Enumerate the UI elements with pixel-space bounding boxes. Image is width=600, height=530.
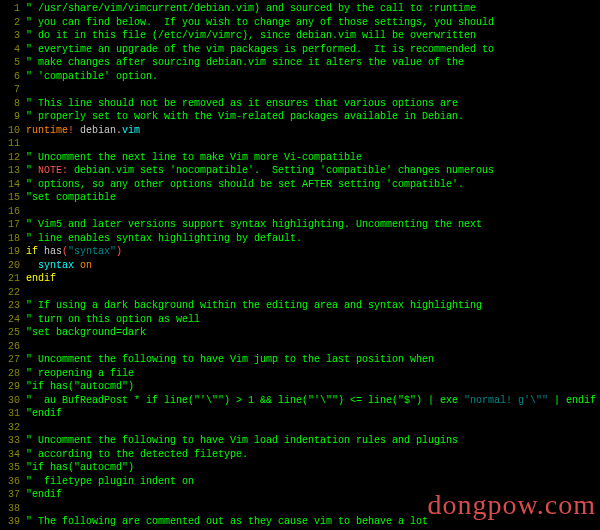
- line-content: " options, so any other options should b…: [26, 178, 598, 192]
- line-number: 39: [2, 515, 26, 529]
- code-line[interactable]: 31"endif: [2, 407, 598, 421]
- line-number: 14: [2, 178, 26, 192]
- code-line[interactable]: 29"if has("autocmd"): [2, 380, 598, 394]
- line-number: 13: [2, 164, 26, 178]
- line-number: 12: [2, 151, 26, 165]
- line-content: [26, 205, 598, 219]
- line-content: " Uncomment the following to have Vim ju…: [26, 353, 598, 367]
- code-line[interactable]: 9" properly set to work with the Vim-rel…: [2, 110, 598, 124]
- line-content: [26, 421, 598, 435]
- line-content: " 'compatible' option.: [26, 70, 598, 84]
- code-line[interactable]: 13" NOTE: debian.vim sets 'nocompatible'…: [2, 164, 598, 178]
- code-line[interactable]: 4" everytime an upgrade of the vim packa…: [2, 43, 598, 57]
- code-line[interactable]: 30" au BufReadPost * if line("'\"") > 1 …: [2, 394, 598, 408]
- line-number: 7: [2, 83, 26, 97]
- line-number: 1: [2, 2, 26, 16]
- line-content: " This line should not be removed as it …: [26, 97, 598, 111]
- code-line[interactable]: 26: [2, 340, 598, 354]
- line-content: endif: [26, 272, 598, 286]
- code-line[interactable]: 35"if has("autocmd"): [2, 461, 598, 475]
- line-number: 17: [2, 218, 26, 232]
- line-content: "if has("autocmd"): [26, 380, 598, 394]
- code-line[interactable]: 20 syntax on: [2, 259, 598, 273]
- line-content: " properly set to work with the Vim-rela…: [26, 110, 598, 124]
- line-number: 38: [2, 502, 26, 516]
- line-number: 15: [2, 191, 26, 205]
- line-content: "endif: [26, 488, 598, 502]
- code-line[interactable]: 36" filetype plugin indent on: [2, 475, 598, 489]
- code-line[interactable]: 27" Uncomment the following to have Vim …: [2, 353, 598, 367]
- code-line[interactable]: 19if has("syntax"): [2, 245, 598, 259]
- code-line[interactable]: 6" 'compatible' option.: [2, 70, 598, 84]
- line-number: 29: [2, 380, 26, 394]
- code-line[interactable]: 7: [2, 83, 598, 97]
- code-line[interactable]: 12" Uncomment the next line to make Vim …: [2, 151, 598, 165]
- line-content: " according to the detected filetype.: [26, 448, 598, 462]
- line-content: " reopening a file: [26, 367, 598, 381]
- line-content: "set background=dark: [26, 326, 598, 340]
- code-line[interactable]: 24" turn on this option as well: [2, 313, 598, 327]
- code-line[interactable]: 5" make changes after sourcing debian.vi…: [2, 56, 598, 70]
- code-line[interactable]: 17" Vim5 and later versions support synt…: [2, 218, 598, 232]
- line-content: [26, 502, 598, 516]
- code-line[interactable]: 11: [2, 137, 598, 151]
- line-number: 22: [2, 286, 26, 300]
- code-line[interactable]: 15"set compatible: [2, 191, 598, 205]
- line-number: 8: [2, 97, 26, 111]
- line-content: [26, 137, 598, 151]
- code-line[interactable]: 32: [2, 421, 598, 435]
- line-content: "set compatible: [26, 191, 598, 205]
- code-line[interactable]: 37"endif: [2, 488, 598, 502]
- line-content: " line enables syntax highlighting by de…: [26, 232, 598, 246]
- code-line[interactable]: 34" according to the detected filetype.: [2, 448, 598, 462]
- vim-editor[interactable]: 1" /usr/share/vim/vimcurrent/debian.vim)…: [2, 2, 598, 530]
- line-content: " The following are commented out as the…: [26, 515, 598, 529]
- line-content: " Vim5 and later versions support syntax…: [26, 218, 598, 232]
- line-number: 5: [2, 56, 26, 70]
- line-number: 35: [2, 461, 26, 475]
- line-content: "if has("autocmd"): [26, 461, 598, 475]
- line-number: 10: [2, 124, 26, 138]
- line-number: 18: [2, 232, 26, 246]
- line-content: runtime! debian.vim: [26, 124, 598, 138]
- line-number: 20: [2, 259, 26, 273]
- code-line[interactable]: 23" If using a dark background within th…: [2, 299, 598, 313]
- line-content: " NOTE: debian.vim sets 'nocompatible'. …: [26, 164, 598, 178]
- line-number: 3: [2, 29, 26, 43]
- code-line[interactable]: 16: [2, 205, 598, 219]
- line-content: [26, 286, 598, 300]
- code-line[interactable]: 22: [2, 286, 598, 300]
- code-line[interactable]: 3" do it in this file (/etc/vim/vimrc), …: [2, 29, 598, 43]
- line-number: 28: [2, 367, 26, 381]
- code-line[interactable]: 38: [2, 502, 598, 516]
- line-number: 37: [2, 488, 26, 502]
- code-line[interactable]: 25"set background=dark: [2, 326, 598, 340]
- line-number: 23: [2, 299, 26, 313]
- line-content: " you can find below. If you wish to cha…: [26, 16, 598, 30]
- line-content: "endif: [26, 407, 598, 421]
- line-content: " do it in this file (/etc/vim/vimrc), s…: [26, 29, 598, 43]
- code-line[interactable]: 39" The following are commented out as t…: [2, 515, 598, 529]
- line-content: " /usr/share/vim/vimcurrent/debian.vim) …: [26, 2, 598, 16]
- code-line[interactable]: 1" /usr/share/vim/vimcurrent/debian.vim)…: [2, 2, 598, 16]
- code-line[interactable]: 8" This line should not be removed as it…: [2, 97, 598, 111]
- line-number: 11: [2, 137, 26, 151]
- line-content: syntax on: [26, 259, 598, 273]
- code-line[interactable]: 2" you can find below. If you wish to ch…: [2, 16, 598, 30]
- line-number: 30: [2, 394, 26, 408]
- code-line[interactable]: 18" line enables syntax highlighting by …: [2, 232, 598, 246]
- line-number: 36: [2, 475, 26, 489]
- line-content: if has("syntax"): [26, 245, 598, 259]
- line-number: 26: [2, 340, 26, 354]
- code-line[interactable]: 28" reopening a file: [2, 367, 598, 381]
- code-line[interactable]: 10runtime! debian.vim: [2, 124, 598, 138]
- code-line[interactable]: 14" options, so any other options should…: [2, 178, 598, 192]
- code-line[interactable]: 21endif: [2, 272, 598, 286]
- code-line[interactable]: 33" Uncomment the following to have Vim …: [2, 434, 598, 448]
- line-number: 25: [2, 326, 26, 340]
- line-number: 34: [2, 448, 26, 462]
- line-content: " au BufReadPost * if line("'\"") > 1 &&…: [26, 394, 598, 408]
- line-number: 19: [2, 245, 26, 259]
- line-content: " make changes after sourcing debian.vim…: [26, 56, 598, 70]
- line-content: " Uncomment the next line to make Vim mo…: [26, 151, 598, 165]
